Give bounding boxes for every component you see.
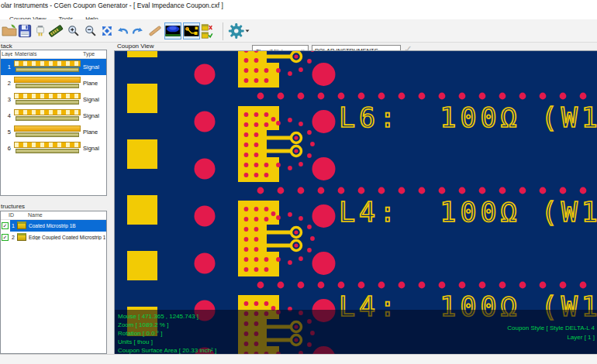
layer-type: Plane <box>83 129 98 136</box>
via-dot <box>519 282 526 289</box>
via-dot <box>276 257 281 262</box>
pin-hole <box>244 143 249 147</box>
probe-trace <box>264 149 294 153</box>
pin-hole <box>254 173 259 177</box>
stack-table-header: LayerMaterialsType <box>1 50 106 59</box>
pin-hole <box>244 247 249 252</box>
structure-checkbox[interactable]: ✓ <box>2 222 9 229</box>
pin-hole <box>264 78 269 83</box>
drill-hole <box>312 110 336 133</box>
structures-table[interactable]: IDName ✓1Coated Microstrip 1B✓2Edge Coup… <box>0 211 107 354</box>
pcb-view-icon[interactable] <box>183 22 200 39</box>
via-dot <box>288 71 292 76</box>
zoom-out-icon[interactable] <box>84 22 97 39</box>
pin-hole <box>254 163 259 167</box>
board-icon[interactable] <box>48 22 64 39</box>
via-dot <box>276 68 281 73</box>
drill-hole <box>195 253 216 274</box>
via-dot <box>298 187 305 194</box>
stack-row-layer-5[interactable]: 5Plane <box>1 124 106 140</box>
pin-hole <box>244 78 249 83</box>
pin-hole <box>254 68 259 73</box>
via-dot <box>310 142 315 146</box>
pin-hole <box>244 163 249 167</box>
via-dot <box>399 93 405 100</box>
structure-delete-icon[interactable] <box>201 23 213 31</box>
structures-table-header: IDName <box>1 211 106 220</box>
structure-row-1[interactable]: ✓1Coated Microstrip 1B <box>1 220 106 232</box>
layer-number: 2 <box>1 80 11 87</box>
toolbar-separator <box>223 22 223 40</box>
drill-hole <box>312 63 336 86</box>
coupon-view-title: Coupon View <box>117 43 154 50</box>
settings-gear-icon[interactable] <box>228 22 250 39</box>
block-notch <box>267 130 280 157</box>
structure-checkbox[interactable]: ✓ <box>2 234 9 241</box>
stack-table[interactable]: LayerMaterialsType 1Signal2Plane3Signal4… <box>0 50 107 196</box>
layer-type: Signal <box>83 112 99 119</box>
redo-icon[interactable] <box>131 22 144 39</box>
drill-hole <box>312 157 336 180</box>
structure-row-2[interactable]: ✓2Edge Coupled Coated Microstrip 1B <box>1 232 106 243</box>
layer-number: 5 <box>1 129 11 136</box>
via-dot <box>298 93 305 100</box>
status-overlay: Mouse [ 471.365 , 1245.743 ]Zoom [ 1089.… <box>115 310 597 354</box>
stack-panel-title: tack <box>1 43 12 50</box>
via-dot <box>419 282 426 289</box>
pin-hole <box>244 227 249 232</box>
via-dot <box>358 187 365 194</box>
undo-icon[interactable] <box>116 22 129 39</box>
stack-row-layer-3[interactable]: 3Signal <box>1 91 106 108</box>
photo-view-icon[interactable] <box>164 22 181 39</box>
via-dot <box>519 93 526 100</box>
drill-hole <box>195 64 216 85</box>
pin-hole <box>264 207 269 211</box>
via-dot <box>419 93 426 100</box>
structure-apply-icon[interactable] <box>201 32 213 39</box>
save-file-icon[interactable] <box>18 22 32 39</box>
via-dot <box>459 282 466 289</box>
status-readout: Rotation [ 0.0 ° ] <box>118 330 162 338</box>
pin-hole <box>244 207 249 211</box>
drill-hole <box>312 252 336 275</box>
open-file-icon[interactable] <box>2 22 17 39</box>
stack-row-layer-1[interactable]: 1Signal <box>1 59 106 75</box>
stack-row-layer-2[interactable]: 2Plane <box>1 75 106 91</box>
pin-hole <box>271 117 276 122</box>
pin-hole <box>254 267 259 272</box>
connector-icon[interactable] <box>34 22 47 39</box>
pin-hole <box>254 217 259 221</box>
via-dot <box>276 163 281 167</box>
stack-row-layer-4[interactable]: 4Signal <box>1 108 106 124</box>
fit-view-icon[interactable] <box>100 22 114 39</box>
drill-hole <box>195 112 216 132</box>
pin-hole <box>264 68 269 73</box>
via-dot <box>298 282 305 289</box>
via-dot <box>378 93 385 100</box>
pin-hole <box>264 122 269 127</box>
material-graphic-plane <box>14 125 81 139</box>
pin-hole <box>254 122 259 127</box>
via-dot <box>580 187 587 194</box>
zoom-in-icon[interactable] <box>67 22 80 39</box>
pin-hole <box>254 153 259 157</box>
status-bar <box>0 354 597 364</box>
measure-icon[interactable] <box>148 22 162 39</box>
pin-hole <box>264 173 269 177</box>
via-dot <box>540 282 547 289</box>
via-dot <box>499 187 506 194</box>
via-dot <box>307 130 312 135</box>
layer-type: Signal <box>83 96 99 103</box>
ring-pad-hole <box>294 230 298 234</box>
pin-hole <box>254 301 259 306</box>
copper-square <box>127 251 157 280</box>
via-dot <box>399 282 405 289</box>
structure-name: Coated Microstrip 1B <box>29 223 105 228</box>
via-dot <box>298 122 303 126</box>
pin-hole <box>271 211 276 216</box>
status-readout-right: Layer [ 1 ] <box>567 334 595 342</box>
via-dot <box>257 282 264 289</box>
coupon-canvas[interactable]: L6: 100Ω (W1L4: 100Ω (W1L4: 100Ω (W1 Mou… <box>114 50 597 354</box>
pin-hole <box>254 247 259 252</box>
stack-row-layer-6[interactable]: 6Signal <box>1 140 106 156</box>
